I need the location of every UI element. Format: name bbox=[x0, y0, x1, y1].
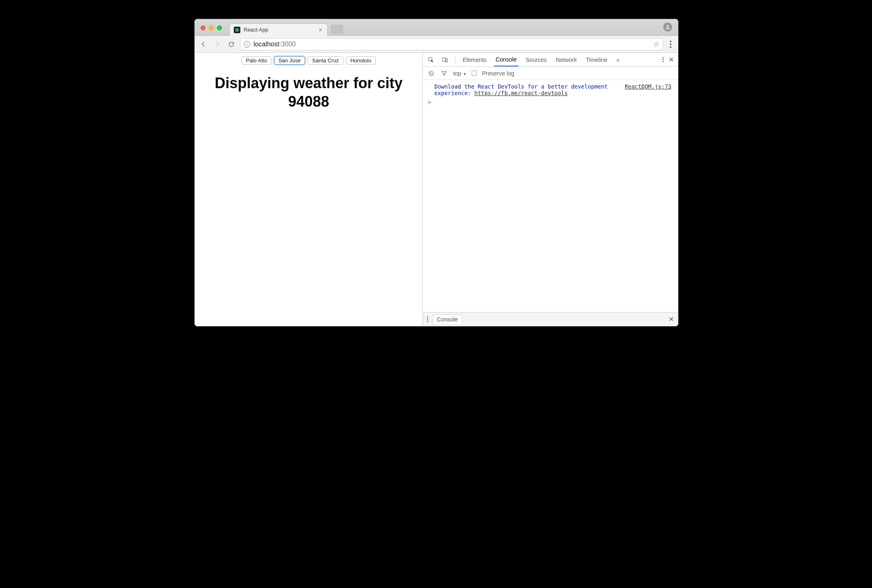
devtools-tab-overflow[interactable]: » bbox=[615, 53, 621, 66]
console-output[interactable]: ReactDOM.js:73 Download the React DevToo… bbox=[423, 80, 678, 312]
window-zoom-button[interactable] bbox=[217, 25, 222, 30]
url-host: localhost bbox=[253, 41, 279, 48]
city-button-row: Palo Alto San Jose Santa Cruz Honolulu bbox=[195, 53, 422, 65]
window-controls bbox=[201, 25, 222, 30]
devtools-tab-network[interactable]: Network bbox=[554, 53, 578, 66]
device-toolbar-icon[interactable] bbox=[441, 56, 449, 64]
page-content: Palo Alto San Jose Santa Cruz Honolulu D… bbox=[195, 53, 423, 326]
city-button-honolulu[interactable]: Honolulu bbox=[346, 56, 376, 65]
log-source-link[interactable]: ReactDOM.js:73 bbox=[625, 83, 671, 90]
console-prompt[interactable]: > bbox=[428, 99, 673, 105]
devtools-close-icon[interactable]: ✕ bbox=[669, 56, 674, 64]
address-bar[interactable]: i localhost:3000 ☆ bbox=[240, 38, 663, 50]
filter-icon[interactable] bbox=[440, 69, 448, 77]
tab-strip: React App × bbox=[195, 19, 678, 36]
profile-avatar-icon[interactable] bbox=[663, 23, 672, 32]
weather-headline: Displaying weather for city 94088 bbox=[206, 74, 411, 111]
city-button-san-jose[interactable]: San Jose bbox=[274, 56, 305, 65]
window-close-button[interactable] bbox=[201, 25, 205, 30]
window-minimize-button[interactable] bbox=[209, 25, 214, 30]
tab-close-icon[interactable]: × bbox=[317, 27, 323, 33]
url-port: :3000 bbox=[279, 41, 296, 48]
preserve-log-label: Preserve log bbox=[482, 70, 514, 77]
tab-title: React App bbox=[244, 27, 317, 33]
devtools-tab-console[interactable]: Console bbox=[494, 53, 518, 66]
browser-toolbar: i localhost:3000 ☆ bbox=[195, 36, 678, 53]
devtools-panel: Elements Console Sources Network Timelin… bbox=[423, 53, 678, 326]
svg-point-4 bbox=[667, 25, 669, 27]
svg-point-3 bbox=[237, 30, 237, 30]
drawer-menu-icon[interactable] bbox=[427, 317, 428, 322]
clear-console-icon[interactable] bbox=[427, 69, 435, 77]
new-tab-button[interactable] bbox=[331, 25, 343, 34]
browser-tab[interactable]: React App × bbox=[229, 23, 328, 36]
drawer-close-icon[interactable]: ✕ bbox=[669, 315, 674, 323]
devtools-menu-icon[interactable] bbox=[662, 57, 664, 62]
city-button-palo-alto[interactable]: Palo Alto bbox=[242, 56, 272, 65]
console-context-selector[interactable]: top ▼ bbox=[453, 70, 467, 77]
browser-menu-button[interactable] bbox=[667, 41, 675, 48]
devtools-tab-elements[interactable]: Elements bbox=[461, 53, 488, 66]
devtools-link[interactable]: https://fb.me/react-devtools bbox=[475, 90, 568, 96]
chevron-down-icon: ▼ bbox=[463, 72, 467, 76]
devtools-tab-timeline[interactable]: Timeline bbox=[584, 53, 609, 66]
reload-button[interactable] bbox=[226, 39, 237, 50]
devtools-drawer: Console ✕ bbox=[423, 312, 678, 326]
drawer-tab-console[interactable]: Console bbox=[432, 315, 462, 324]
console-toolbar: top ▼ Preserve log bbox=[423, 67, 678, 80]
react-logo-icon bbox=[234, 27, 240, 33]
bookmark-star-icon[interactable]: ☆ bbox=[653, 40, 660, 49]
site-info-icon[interactable]: i bbox=[244, 41, 250, 48]
browser-window: React App × i localhost:3000 bbox=[194, 19, 678, 326]
city-button-santa-cruz[interactable]: Santa Cruz bbox=[308, 56, 343, 65]
inspect-element-icon[interactable] bbox=[427, 56, 435, 64]
back-button[interactable] bbox=[198, 39, 209, 50]
console-context-label: top bbox=[453, 70, 461, 77]
devtools-tab-sources[interactable]: Sources bbox=[524, 53, 548, 66]
preserve-log-checkbox[interactable] bbox=[472, 71, 477, 76]
forward-button[interactable] bbox=[212, 39, 223, 50]
devtools-tabbar: Elements Console Sources Network Timelin… bbox=[423, 53, 678, 67]
